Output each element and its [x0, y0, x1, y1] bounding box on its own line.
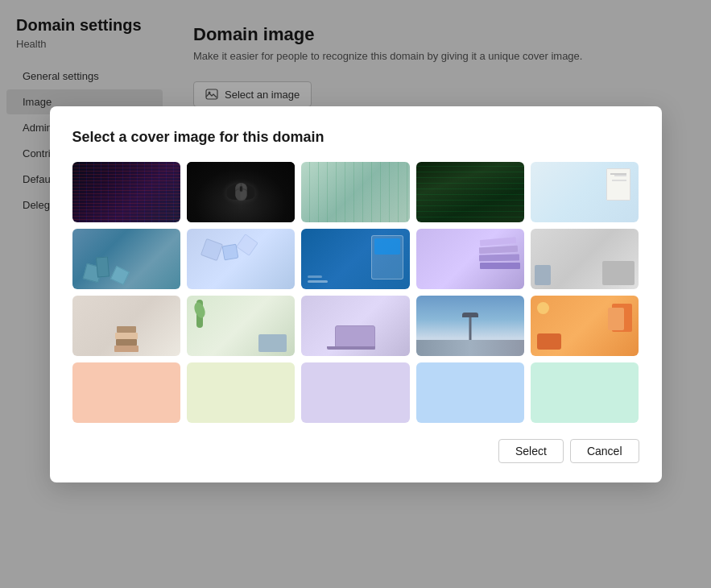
image-option-13[interactable]	[301, 296, 409, 356]
image-option-14[interactable]	[416, 296, 524, 356]
image-option-11[interactable]	[72, 296, 180, 356]
modal-title: Select a cover image for this domain	[72, 129, 639, 146]
swatch-skyblue[interactable]	[416, 362, 524, 423]
image-option-9[interactable]	[416, 229, 524, 289]
select-button[interactable]: Select	[498, 439, 564, 463]
swatch-cream[interactable]	[187, 362, 295, 423]
modal-footer: Select Cancel	[72, 439, 639, 463]
image-option-12[interactable]	[187, 296, 295, 356]
image-option-8[interactable]	[301, 229, 409, 289]
image-option-2[interactable]	[187, 162, 295, 222]
image-option-3[interactable]	[301, 162, 409, 222]
image-option-4[interactable]	[416, 162, 524, 222]
image-option-5[interactable]	[531, 162, 639, 222]
image-option-15[interactable]	[531, 296, 639, 356]
image-picker-modal: Select a cover image for this domain	[50, 106, 662, 482]
image-option-10[interactable]	[531, 229, 639, 289]
image-option-6[interactable]	[72, 229, 180, 289]
image-grid	[72, 162, 639, 423]
modal-overlay[interactable]: Select a cover image for this domain	[0, 0, 711, 588]
image-option-7[interactable]	[187, 229, 295, 289]
swatch-lavender[interactable]	[301, 362, 409, 423]
cancel-button[interactable]: Cancel	[570, 439, 639, 463]
image-option-1[interactable]	[72, 162, 180, 222]
swatch-peach[interactable]	[72, 362, 180, 423]
swatch-mint[interactable]	[531, 362, 639, 423]
